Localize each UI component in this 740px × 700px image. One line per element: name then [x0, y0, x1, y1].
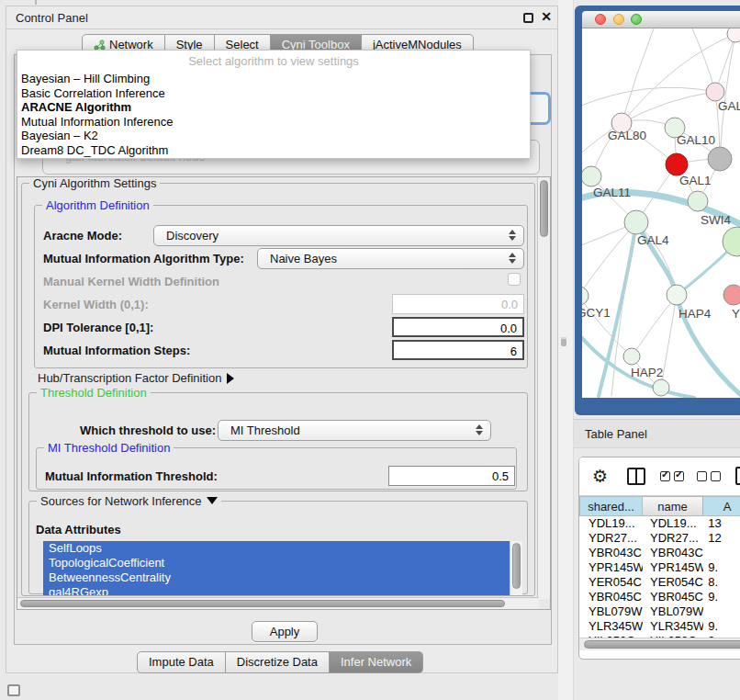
divider-grip-icon[interactable] — [561, 337, 566, 346]
panel-divider[interactable] — [558, 0, 574, 700]
network-node-gal11[interactable] — [582, 166, 601, 186]
network-canvas[interactable]: GALGAL80GAL10GAL1GAL11SWI4GAL4GCY1HAP4YH… — [582, 28, 740, 398]
network-edge[interactable] — [632, 295, 677, 356]
network-node[interactable] — [653, 379, 669, 396]
network-node-hap2[interactable] — [623, 348, 640, 365]
scrollbar-thumb[interactable] — [512, 543, 521, 589]
table-row[interactable]: YLR345WYLR345W9. — [579, 619, 740, 634]
table-cell[interactable]: 9. — [703, 560, 740, 575]
network-node-gcy1[interactable] — [582, 287, 589, 305]
network-node-gal1[interactable] — [666, 153, 688, 175]
float-window-icon[interactable] — [523, 13, 533, 23]
column-header[interactable]: A — [703, 496, 740, 516]
network-node[interactable] — [708, 147, 732, 171]
algorithm-option[interactable]: Bayesian – K2 — [17, 129, 530, 143]
minimize-traffic-light-icon[interactable] — [613, 14, 624, 25]
aracne-mode-select[interactable]: Discovery — [153, 225, 524, 246]
table-cell[interactable]: YBL079W — [579, 604, 643, 619]
table-cell[interactable]: YBL079W — [643, 604, 703, 619]
attribute-item[interactable]: BetweennessCentrality — [43, 570, 522, 585]
table-cell[interactable]: YDR27... — [579, 531, 643, 546]
scrollbar-thumb[interactable] — [584, 640, 740, 649]
deselect-all-icon[interactable] — [697, 471, 721, 481]
close-traffic-light-icon[interactable] — [595, 14, 606, 25]
table-cell[interactable]: YDL19... — [579, 516, 643, 531]
kernel-width-field[interactable]: 0.0 — [392, 294, 524, 314]
algorithm-option[interactable]: Bayesian – Hill Climbing — [17, 72, 530, 86]
table-cell[interactable]: YBR043C — [579, 546, 643, 560]
table-cell[interactable]: YDL19... — [643, 516, 703, 531]
panel-dock-icon[interactable] — [7, 684, 20, 696]
table-row[interactable]: YBR043CYBR043C — [579, 546, 740, 560]
table-cell[interactable] — [703, 604, 740, 619]
tab-infer-network[interactable]: Infer Network — [330, 651, 423, 673]
mi-steps-field[interactable]: 6 — [392, 340, 524, 360]
network-node-gal4[interactable] — [624, 210, 648, 234]
tab-discretize-data[interactable]: Discretize Data — [226, 651, 330, 673]
settings-vertical-scrollbar[interactable] — [537, 177, 550, 599]
algorithm-option[interactable]: Dream8 DC_TDC Algorithm — [17, 143, 530, 158]
table-cell[interactable]: YDR27... — [643, 531, 703, 546]
dpi-tolerance-field[interactable]: 0.0 — [392, 317, 524, 337]
table-row[interactable]: YBR045CYBR045C9. — [579, 590, 740, 604]
table-cell[interactable]: 13 — [703, 516, 740, 531]
table-cell[interactable]: YBR043C — [643, 546, 703, 560]
network-node-swi4[interactable] — [688, 191, 708, 211]
mi-threshold-field[interactable]: 0.5 — [388, 466, 515, 486]
network-window-titlebar[interactable] — [582, 11, 740, 28]
network-node-hap4[interactable] — [667, 285, 687, 305]
attributes-list-scrollbar[interactable] — [510, 541, 522, 595]
table-cell[interactable]: 9. — [703, 619, 740, 634]
table-row[interactable]: YBL079WYBL079W — [579, 604, 740, 619]
attribute-item[interactable]: TopologicalCoefficient — [43, 556, 522, 570]
column-header[interactable]: shared... — [579, 496, 643, 516]
tab-impute-data[interactable]: Impute Data — [137, 651, 226, 673]
manual-kernel-checkbox[interactable] — [508, 273, 521, 286]
scrollbar-thumb[interactable] — [540, 180, 548, 237]
table-cell[interactable] — [703, 546, 740, 560]
gear-icon[interactable]: ⚙ — [592, 466, 608, 487]
table-row[interactable]: YER054CYER054C8. — [579, 575, 740, 590]
network-edge[interactable] — [692, 28, 715, 92]
table-row[interactable]: YDL19...YDL19...13 — [579, 516, 740, 531]
network-node-y[interactable] — [723, 285, 740, 305]
settings-horizontal-scrollbar[interactable] — [17, 597, 539, 609]
network-node[interactable] — [727, 28, 740, 42]
table-cell[interactable]: YBR045C — [579, 590, 643, 604]
table-cell[interactable]: YPR145W — [643, 560, 703, 575]
which-threshold-select[interactable]: MI Threshold — [218, 420, 491, 441]
table-cell[interactable]: 12 — [703, 531, 740, 546]
network-edge[interactable] — [661, 295, 677, 388]
algorithm-option[interactable]: Basic Correlation Inference — [17, 86, 530, 101]
attribute-item[interactable]: gal4RGexp — [43, 585, 522, 595]
table-cell[interactable]: 8. — [703, 575, 740, 590]
table-cell[interactable]: YLR345W — [643, 619, 703, 634]
network-edge[interactable] — [582, 87, 715, 107]
close-icon[interactable]: ✕ — [541, 9, 552, 24]
attribute-item[interactable]: SelfLoops — [43, 541, 522, 556]
algorithm-option[interactable]: Mutual Information Inference — [17, 115, 530, 130]
zoom-traffic-light-icon[interactable] — [631, 14, 642, 25]
table-cell[interactable]: 9. — [703, 590, 740, 604]
table-cell[interactable]: YER054C — [643, 575, 703, 590]
which-threshold-value: MI Threshold — [230, 423, 300, 437]
table-row[interactable]: YPR145WYPR145W9. — [579, 560, 740, 575]
column-header[interactable]: name — [643, 496, 703, 516]
apply-button[interactable]: Apply — [252, 621, 318, 642]
mi-type-select[interactable]: Naive Bayes — [257, 248, 524, 269]
split-view-icon[interactable] — [627, 468, 645, 485]
algorithm-option[interactable]: ARACNE Algorithm — [17, 100, 530, 115]
table-cell[interactable]: YLR345W — [579, 619, 643, 634]
table-cell[interactable]: YPR145W — [579, 560, 643, 575]
table-row[interactable]: YDR27...YDR27...12 — [579, 531, 740, 546]
table-cell[interactable]: YBR045C — [643, 590, 703, 604]
table-horizontal-scrollbar[interactable] — [579, 638, 740, 650]
network-edge[interactable] — [622, 28, 654, 123]
document-icon[interactable] — [735, 467, 740, 485]
scrollbar-thumb[interactable] — [20, 600, 505, 607]
sources-toggle[interactable]: Sources for Network Inference — [37, 494, 221, 508]
network-node-gal[interactable] — [706, 83, 724, 101]
select-all-icon[interactable] — [660, 471, 684, 481]
table-cell[interactable]: YER054C — [579, 575, 643, 590]
hub-definition-toggle[interactable]: Hub/Transcription Factor Definition — [38, 371, 234, 385]
